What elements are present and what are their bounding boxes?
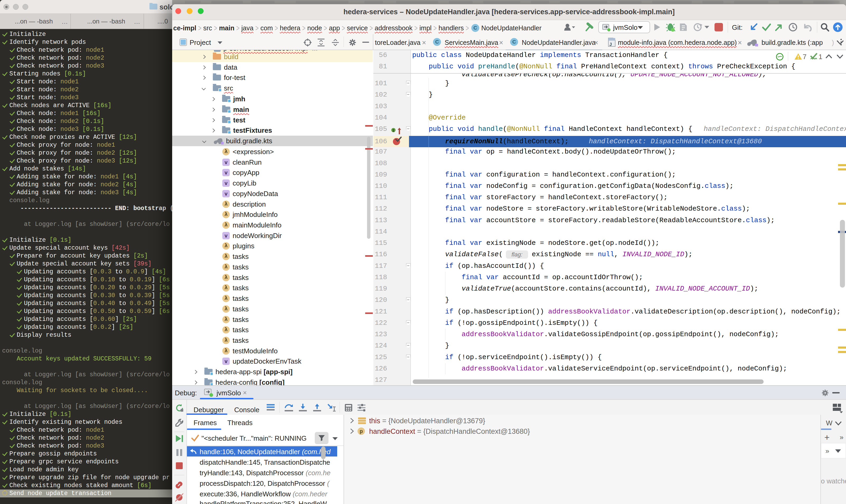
svg-text:J: J — [610, 42, 612, 47]
svg-text:I: I — [392, 129, 394, 133]
